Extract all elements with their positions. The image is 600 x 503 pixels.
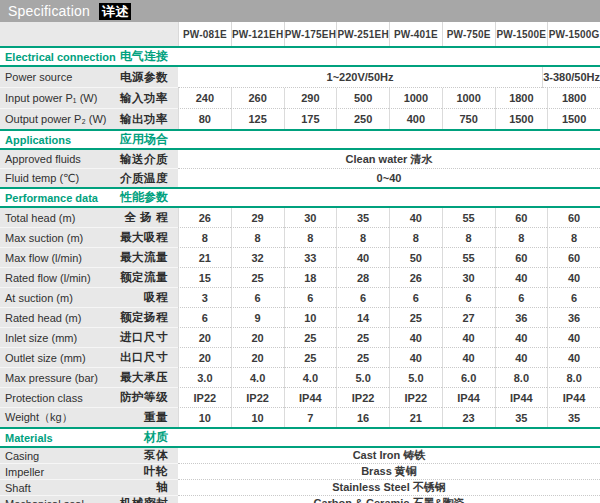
row-label-zh: 防护等级 (120, 390, 168, 405)
spec-value-cell: 40 (442, 348, 495, 368)
section-header: Materials材质 (0, 427, 600, 448)
spec-value-cell: 6.0 (442, 368, 495, 388)
spec-value-cell: 50 (389, 248, 442, 268)
section-header: Applications应用场合 (0, 129, 600, 150)
spec-value-cell: 6 (547, 288, 600, 308)
spec-value-cell: 36 (547, 308, 600, 328)
spec-row: Impeller叶轮Brass 黄铜 (0, 464, 600, 480)
row-label-en: Power source (5, 71, 72, 83)
spec-value-cell: 8 (442, 228, 495, 248)
row-label: Shaft轴 (0, 480, 178, 496)
merged-value-cell: Clean water 清水 (178, 150, 600, 169)
spec-value-cell: 290 (284, 88, 337, 109)
spec-value-cell: 20 (178, 348, 231, 368)
spec-value-cell: 8 (336, 228, 389, 248)
section-header-label: Applications应用场合 (0, 131, 178, 148)
spec-row: Max pressure (bar)最大承压3.04.04.05.05.06.0… (0, 368, 600, 388)
spec-value-cell: 80 (178, 109, 231, 129)
row-label-en: Total head (m) (5, 212, 75, 224)
spec-row: Max flow (l/min)最大流量2132334050556060 (0, 248, 600, 268)
section-header-filler (178, 131, 600, 148)
model-column-header: PW-750E (442, 22, 495, 46)
section-header-filler (178, 429, 600, 446)
spec-value-cell: 40 (495, 268, 548, 288)
section-header-label: Electrical connection电气连接 (0, 48, 178, 65)
row-label-zh: 最大吸程 (120, 230, 168, 245)
spec-value-cell: 8 (495, 228, 548, 248)
spec-value-cell: 28 (336, 268, 389, 288)
spec-value-cell: 8.0 (547, 368, 600, 388)
spec-value-cell: IP44 (442, 388, 495, 408)
spec-value-cell: 20 (231, 348, 284, 368)
spec-value-cell: 240 (178, 88, 231, 109)
model-column-header: PW-401E (389, 22, 442, 46)
row-label-en: Mechanical seal (5, 498, 84, 503)
row-label: Approved fluids输送介质 (0, 150, 178, 169)
spec-value-cell: 60 (495, 208, 548, 228)
spec-value-cell: 25 (284, 328, 337, 348)
row-label-zh: 全 扬 程 (125, 210, 168, 225)
model-column-header: PW-1500G (547, 22, 600, 46)
spec-value-cell: IP44 (495, 388, 548, 408)
spec-row: Weight（kg）重量101071621233535 (0, 408, 600, 427)
spec-value-cell: 6 (284, 288, 337, 308)
spec-value-cell: 21 (389, 408, 442, 427)
spec-value-cell: 60 (547, 248, 600, 268)
section-title-zh: 应用场合 (120, 131, 168, 148)
spec-row: Approved fluids输送介质Clean water 清水 (0, 150, 600, 169)
row-label-en: Shaft (5, 482, 31, 494)
spec-value-cell: 14 (336, 308, 389, 328)
section-header-filler (178, 48, 600, 65)
spec-value-cell: 10 (231, 408, 284, 427)
row-label: Fluid temp (℃)介质温度 (0, 169, 178, 187)
merged-value-cell: Stainless Steel 不锈钢 (178, 480, 600, 496)
spec-value-cell: 8.0 (495, 368, 548, 388)
spec-row: Rated head (m)额定扬程69101425273636 (0, 308, 600, 328)
spec-value-cell: 40 (495, 348, 548, 368)
spec-value-cell: 23 (442, 408, 495, 427)
spec-value-cell: 3.0 (178, 368, 231, 388)
spec-value-cell: 26 (389, 268, 442, 288)
row-label-zh: 进口尺寸 (120, 330, 168, 345)
spec-row: Casing泵体Cast Iron 铸铁 (0, 448, 600, 464)
spec-value-cell: 400 (389, 109, 442, 129)
merged-value-cell: 0~40 (178, 169, 600, 187)
row-label: Rated flow (l/min)额定流量 (0, 268, 178, 288)
spec-value-cell: 32 (231, 248, 284, 268)
spec-value-cell: 40 (495, 328, 548, 348)
spec-value-cell: IP44 (284, 388, 337, 408)
spec-value-cell: 4.0 (231, 368, 284, 388)
row-label: Max flow (l/min)最大流量 (0, 248, 178, 268)
spec-value-cell: 25 (389, 308, 442, 328)
model-header-row: PW-081EPW-121EHPW-175EHPW-251EHPW-401EPW… (0, 22, 600, 46)
spec-value-cell: 1000 (389, 88, 442, 109)
section-header: Electrical connection电气连接 (0, 46, 600, 67)
spec-value-cell: 33 (284, 248, 337, 268)
row-label: Max suction (m)最大吸程 (0, 228, 178, 248)
row-label-en: Max pressure (bar) (5, 372, 98, 384)
row-label: At suction (m)吸程 (0, 288, 178, 308)
row-label-zh: 输送介质 (120, 152, 168, 167)
model-column-header: PW-081E (178, 22, 231, 46)
spec-value-cell: 8 (547, 228, 600, 248)
spec-value-cell: 26 (178, 208, 231, 228)
spec-value-cell: 30 (284, 208, 337, 228)
spec-value-cell: 40 (389, 328, 442, 348)
row-label: Protection class防护等级 (0, 388, 178, 408)
spec-row: Rated flow (l/min)额定流量1525182826304040 (0, 268, 600, 288)
row-label-zh: 泵体 (144, 448, 168, 463)
spec-value-cell: 30 (442, 268, 495, 288)
spec-row: At suction (m)吸程36666666 (0, 288, 600, 308)
row-label: Weight（kg）重量 (0, 408, 178, 427)
row-label-en: Rated flow (l/min) (5, 272, 91, 284)
spec-value-cell: 250 (336, 109, 389, 129)
row-label-en: Weight（kg） (5, 410, 73, 425)
spec-row: Mechanical seal机械密封Carbon & Ceramic 石墨&陶… (0, 496, 600, 503)
row-label-en: Output power P₂ (W) (5, 113, 106, 125)
section-title-zh: 性能参数 (120, 189, 168, 206)
spec-value-cell: 16 (336, 408, 389, 427)
spec-value-cell: 40 (389, 208, 442, 228)
spec-value-cell: 8 (389, 228, 442, 248)
row-label-en: At suction (m) (5, 292, 73, 304)
spec-value-cell: 18 (284, 268, 337, 288)
